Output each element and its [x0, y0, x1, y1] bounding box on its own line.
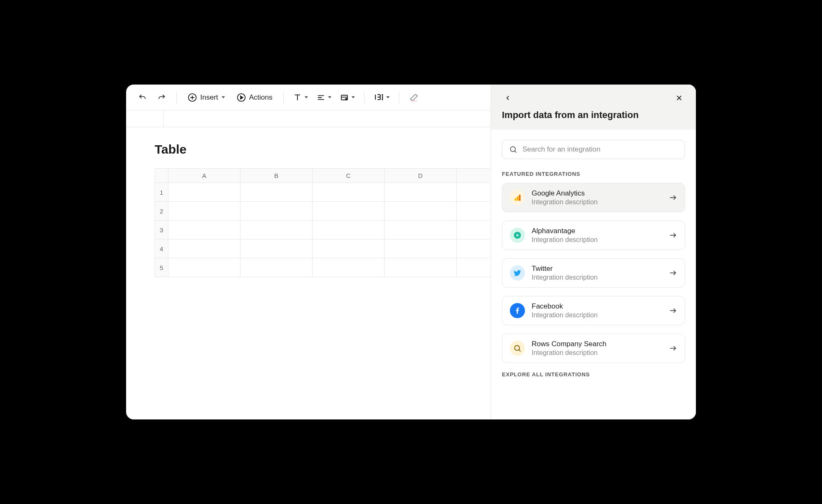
integration-icon	[510, 341, 525, 356]
content-area: Table A B C D 12345	[126, 127, 491, 419]
cell[interactable]	[168, 183, 240, 202]
number-icon	[374, 93, 384, 102]
arrow-right-icon	[669, 306, 677, 315]
column-header[interactable]	[457, 169, 490, 183]
side-panel: Import data from an integration FEATURED…	[491, 85, 696, 419]
toolbar: Insert Actions	[126, 85, 491, 111]
column-header[interactable]: B	[240, 169, 313, 183]
cell[interactable]	[457, 202, 490, 221]
integration-card[interactable]: TwitterIntegration description	[502, 258, 685, 288]
formula-input[interactable]	[164, 111, 491, 127]
close-icon	[675, 94, 683, 102]
integration-description: Integration description	[532, 236, 662, 244]
eraser-button[interactable]	[406, 90, 422, 105]
cell[interactable]	[240, 183, 313, 202]
chevron-left-icon	[504, 94, 512, 102]
column-header[interactable]: A	[168, 169, 240, 183]
insert-label: Insert	[200, 93, 218, 102]
cell[interactable]	[313, 202, 385, 221]
cell[interactable]	[313, 239, 385, 258]
cell-reference-box[interactable]	[126, 111, 164, 127]
cell[interactable]	[385, 183, 457, 202]
row-header[interactable]: 3	[155, 221, 168, 239]
integration-card[interactable]: Rows Company SearchIntegration descripti…	[502, 334, 685, 363]
integration-text: TwitterIntegration description	[532, 265, 662, 281]
undo-button[interactable]	[134, 90, 150, 105]
integration-icon	[510, 228, 525, 243]
arrow-right-icon	[669, 269, 677, 277]
cell[interactable]	[385, 239, 457, 258]
main-area: Insert Actions	[126, 85, 491, 419]
cell[interactable]	[240, 239, 313, 258]
integration-name: Google Analytics	[532, 189, 662, 198]
featured-section-label: FEATURED INTEGRATIONS	[502, 171, 685, 177]
actions-menu[interactable]: Actions	[233, 90, 277, 105]
cell[interactable]	[457, 221, 490, 239]
integration-icon	[510, 265, 525, 280]
toolbar-divider	[176, 92, 177, 103]
cell[interactable]	[168, 221, 240, 239]
cell[interactable]	[385, 258, 457, 277]
formula-bar	[126, 111, 491, 127]
chevron-down-icon	[328, 96, 331, 98]
row-header[interactable]: 5	[155, 258, 168, 277]
integration-card[interactable]: AlphavantageIntegration description	[502, 221, 685, 250]
text-format-menu[interactable]	[290, 90, 310, 105]
redo-button[interactable]	[154, 90, 170, 105]
app-window: Insert Actions	[126, 85, 696, 419]
spreadsheet-table: A B C D 12345	[155, 168, 490, 277]
cell-icon	[340, 93, 349, 102]
play-circle-icon	[237, 93, 246, 102]
column-header[interactable]: C	[313, 169, 385, 183]
integration-card[interactable]: Google AnalyticsIntegration description	[502, 183, 685, 212]
column-header[interactable]: D	[385, 169, 457, 183]
search-input[interactable]	[522, 145, 678, 154]
cell[interactable]	[385, 221, 457, 239]
align-menu[interactable]	[314, 90, 334, 105]
cell[interactable]	[168, 258, 240, 277]
arrow-right-icon	[669, 344, 677, 352]
row-header[interactable]: 1	[155, 183, 168, 202]
integration-card[interactable]: FacebookIntegration description	[502, 296, 685, 325]
cell[interactable]	[240, 258, 313, 277]
actions-label: Actions	[249, 93, 273, 102]
row-header[interactable]: 2	[155, 202, 168, 221]
cell[interactable]	[240, 221, 313, 239]
integration-name: Alphavantage	[532, 227, 662, 235]
svg-marker-4	[240, 96, 243, 99]
eraser-icon	[409, 93, 419, 102]
row-header[interactable]: 4	[155, 239, 168, 258]
integration-list: Google AnalyticsIntegration descriptionA…	[502, 183, 685, 363]
cell[interactable]	[457, 239, 490, 258]
cell[interactable]	[168, 239, 240, 258]
search-box[interactable]	[502, 140, 685, 159]
integration-text: FacebookIntegration description	[532, 302, 662, 319]
back-button[interactable]	[502, 92, 514, 104]
integration-description: Integration description	[532, 274, 662, 281]
close-button[interactable]	[673, 92, 685, 104]
number-format-menu[interactable]	[371, 90, 392, 105]
integration-description: Integration description	[532, 198, 662, 206]
cell[interactable]	[313, 258, 385, 277]
table-corner[interactable]	[155, 169, 168, 183]
cell[interactable]	[168, 202, 240, 221]
integration-name: Facebook	[532, 302, 662, 311]
cell[interactable]	[385, 202, 457, 221]
panel-title: Import data from an integration	[502, 110, 685, 121]
cell[interactable]	[313, 221, 385, 239]
cell[interactable]	[313, 183, 385, 202]
integration-icon	[510, 190, 525, 205]
explore-section-label: EXPLORE ALL INTEGRATIONS	[502, 371, 685, 378]
svg-rect-18	[519, 195, 520, 201]
svg-rect-17	[517, 197, 518, 201]
cell[interactable]	[457, 183, 490, 202]
toolbar-divider	[364, 92, 364, 103]
integration-description: Integration description	[532, 311, 662, 319]
integration-name: Twitter	[532, 265, 662, 273]
cell-format-menu[interactable]	[337, 90, 357, 105]
svg-point-25	[514, 345, 520, 350]
insert-menu[interactable]: Insert	[184, 90, 229, 105]
cell[interactable]	[457, 258, 490, 277]
svg-point-10	[346, 98, 347, 100]
cell[interactable]	[240, 202, 313, 221]
